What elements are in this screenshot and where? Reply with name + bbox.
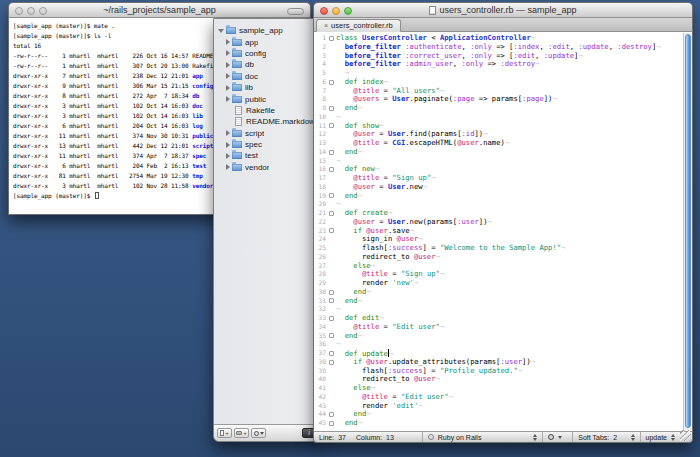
line-number: 40 — [314, 375, 327, 384]
scrollbar-thumb[interactable] — [685, 34, 691, 428]
code-line[interactable]: 34 @title = "Edit user"¬ — [314, 323, 692, 332]
minimize-button[interactable] — [27, 7, 35, 15]
line-number: 31 — [314, 297, 327, 306]
line-number: 23 — [314, 227, 327, 236]
tree-item-app[interactable]: app — [214, 36, 319, 47]
fold-marker[interactable] — [329, 80, 334, 85]
tree-item-readme-markdown[interactable]: README.markdown — [214, 116, 319, 127]
invisible-newline-char: ¬ — [371, 261, 375, 270]
textmate-titlebar[interactable]: users_controller.rb — sample_app — [313, 2, 693, 18]
invisible-newline-char: ¬ — [531, 357, 535, 366]
resize-grip[interactable] — [680, 430, 691, 441]
textmate-window: users_controller.rb — sample_app × users… — [313, 2, 693, 443]
toolbar-pill-button[interactable] — [287, 8, 304, 15]
new-folder-button[interactable]: + — [234, 428, 249, 438]
disclosure-triangle-icon[interactable] — [226, 50, 230, 56]
disclosure-triangle-icon[interactable] — [226, 62, 230, 68]
disclosure-triangle-icon[interactable] — [226, 96, 230, 102]
tree-item-sample-app[interactable]: sample_app — [214, 25, 319, 36]
zoom-button[interactable] — [344, 7, 352, 15]
bundle-actions[interactable] — [543, 432, 573, 442]
fold-marker[interactable] — [329, 316, 334, 321]
scrollbar-track[interactable] — [683, 33, 692, 430]
code-line[interactable]: 30 end¬ — [314, 288, 692, 297]
tree-item-db[interactable]: db — [214, 59, 319, 70]
invisible-newline-char: ¬ — [552, 94, 556, 103]
code-line[interactable]: 19 end¬ — [314, 192, 692, 201]
tree-item-doc[interactable]: doc — [214, 71, 319, 82]
tab-users-controller[interactable]: × users_controller.rb — [316, 19, 401, 32]
tree-item-vendor[interactable]: vendor — [214, 162, 319, 173]
symbol-stepper[interactable] — [671, 434, 675, 441]
fold-marker[interactable] — [329, 167, 334, 172]
fold-marker[interactable] — [329, 123, 334, 128]
invisible-newline-char: ¬ — [358, 296, 362, 305]
code-line[interactable]: 44 end¬ — [314, 410, 692, 419]
code-line[interactable]: 4 before_filter :admin_user, :only => :d… — [314, 60, 692, 69]
fold-marker[interactable] — [329, 150, 334, 155]
code-line[interactable]: 45 end¬ — [314, 419, 692, 428]
code-line[interactable]: 31 end¬ — [314, 297, 692, 306]
fold-marker[interactable] — [329, 351, 334, 356]
folder-icon — [232, 84, 242, 91]
fold-marker[interactable] — [329, 290, 334, 295]
code-line[interactable]: 9 end¬ — [314, 104, 692, 113]
directory-name: doc — [192, 102, 203, 109]
close-button[interactable] — [15, 7, 23, 15]
invisible-newline-char: ¬ — [436, 374, 440, 383]
code-line[interactable]: 18 @user = User.new¬ — [314, 183, 692, 192]
disclosure-triangle-icon[interactable] — [226, 85, 230, 91]
folder-icon — [232, 141, 242, 148]
tree-item-script[interactable]: script — [214, 128, 319, 139]
tree-item-rakefile[interactable]: Rakefile — [214, 105, 319, 116]
tree-item-public[interactable]: public — [214, 93, 319, 104]
fold-marker[interactable] — [329, 106, 334, 111]
disclosure-triangle-icon[interactable] — [218, 29, 224, 33]
tree-item-lib[interactable]: lib — [214, 82, 319, 93]
tree-item-label: lib — [245, 83, 253, 92]
soft-tabs-stepper[interactable] — [631, 434, 635, 441]
code-line[interactable]: 36¬ — [314, 340, 692, 349]
action-menu-button[interactable] — [251, 428, 266, 438]
invisible-newline-char: ¬ — [449, 392, 453, 401]
directory-name: app — [192, 72, 203, 79]
soft-tabs-selector[interactable]: Soft Tabs: 2 — [573, 432, 640, 442]
directory-name: log — [192, 122, 203, 129]
disclosure-triangle-icon[interactable] — [226, 142, 230, 148]
fold-marker[interactable] — [329, 360, 334, 365]
fold-marker[interactable] — [329, 298, 334, 303]
close-button[interactable] — [320, 7, 328, 15]
terminal-cursor — [95, 192, 99, 199]
invisible-newline-char: ¬ — [336, 156, 340, 165]
fold-marker[interactable] — [329, 412, 334, 417]
disclosure-triangle-icon[interactable] — [226, 73, 230, 79]
code-line[interactable]: 35 end¬ — [314, 332, 692, 341]
disclosure-triangle-icon[interactable] — [226, 153, 230, 159]
code-line[interactable]: 13 @title = CGI.escapeHTML(@user.name)¬ — [314, 139, 692, 148]
invisible-newline-char: ¬ — [336, 199, 340, 208]
tree-item-spec[interactable]: spec — [214, 139, 319, 150]
zoom-button[interactable] — [39, 7, 47, 15]
line-number: 3 — [314, 52, 327, 61]
fold-marker[interactable] — [329, 421, 334, 426]
new-file-button[interactable]: + — [217, 428, 232, 438]
tree-item-config[interactable]: config — [214, 48, 319, 59]
language-stepper[interactable] — [533, 434, 537, 441]
fold-marker[interactable] — [329, 228, 334, 233]
disclosure-triangle-icon[interactable] — [226, 39, 230, 45]
fold-marker[interactable] — [329, 333, 334, 338]
fold-marker[interactable] — [329, 193, 334, 198]
line-number: 32 — [314, 305, 327, 314]
fold-marker[interactable] — [329, 36, 334, 41]
fold-marker[interactable] — [329, 211, 334, 216]
tab-close-icon[interactable]: × — [324, 22, 328, 29]
code-line[interactable]: 14 end¬ — [314, 148, 692, 157]
minimize-button[interactable] — [332, 7, 340, 15]
disclosure-triangle-icon[interactable] — [226, 130, 230, 136]
disclosure-triangle-icon[interactable] — [226, 164, 230, 170]
tree-item-test[interactable]: test — [214, 150, 319, 161]
terminal-titlebar[interactable]: ~/rails_projects/sample_app — [8, 2, 311, 18]
terminal-title: ~/rails_projects/sample_app — [103, 5, 215, 15]
code-line[interactable]: 8 @users = User.paginate(:page => params… — [314, 95, 692, 104]
language-selector[interactable]: Ruby on Rails — [423, 432, 544, 442]
